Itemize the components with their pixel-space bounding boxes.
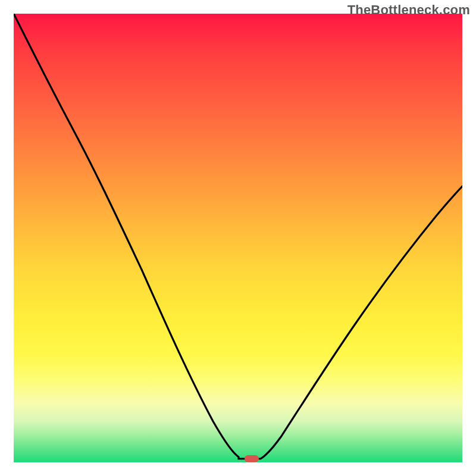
curve-svg: [14, 14, 462, 462]
marker-pill: [245, 455, 259, 462]
chart-frame: TheBottleneck.com: [0, 0, 476, 476]
curve-path: [14, 14, 462, 459]
watermark-text: TheBottleneck.com: [347, 2, 470, 18]
plot-area: [14, 14, 462, 462]
